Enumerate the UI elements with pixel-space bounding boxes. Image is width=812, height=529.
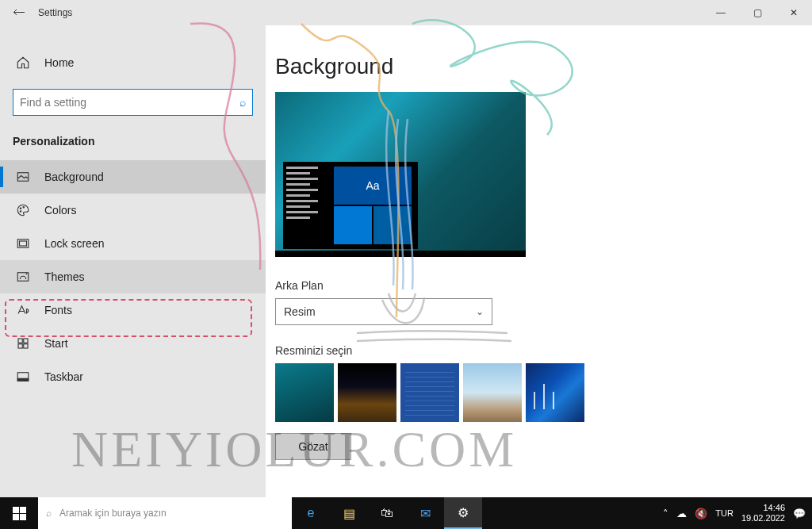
close-button[interactable]: ✕ [776,0,812,25]
main-content: Background Aa Arka Plan Resi [266,25,812,497]
settings-window: 🡐 Settings — ▢ ✕ Home ⌕ Personalization [0,0,812,497]
search-box[interactable]: ⌕ [13,89,253,116]
svg-rect-7 [18,339,22,343]
home-label: Home [44,56,74,69]
chevron-down-icon: ⌄ [476,306,484,317]
home-icon [16,56,30,70]
system-tray: ˄ ☁ 🔇 TUR 14:46 19.02.2022 💬 [663,497,812,529]
dropdown-value: Resim [284,305,316,318]
volume-muted-icon[interactable]: 🔇 [695,508,707,519]
lock-screen-icon [16,236,30,251]
onedrive-icon[interactable]: ☁ [676,508,687,519]
taskbar-icon [16,370,30,384]
search-input[interactable] [20,96,239,109]
picture-thumbnails [275,363,793,422]
svg-rect-12 [17,378,29,381]
clock[interactable]: 14:46 19.02.2022 [741,503,785,523]
sidebar-item-lock-screen[interactable]: Lock screen [0,227,266,260]
svg-point-1 [20,208,21,209]
picture-thumb[interactable] [400,363,459,422]
start-icon [16,336,30,351]
svg-rect-8 [24,339,28,343]
browse-button[interactable]: Gözat [275,433,351,460]
explorer-icon[interactable]: ▤ [330,497,368,529]
sidebar-item-background[interactable]: Background [0,160,266,194]
picture-icon [16,170,30,184]
sidebar-item-colors[interactable]: Colors [0,194,266,227]
window-title: Settings [38,7,72,18]
sidebar-item-label: Fonts [44,304,72,316]
store-icon[interactable]: 🛍 [368,497,406,529]
sidebar-item-label: Themes [44,270,85,283]
mail-icon[interactable]: ✉ [406,497,444,529]
sidebar-item-label: Background [44,171,104,183]
sidebar-item-label: Colors [44,204,76,217]
picture-thumb[interactable] [338,363,396,422]
taskbar: ⌕ Aramak için buraya yazın e ▤ 🛍 ✉ ⚙ ˄ ☁… [0,497,812,529]
picture-thumb[interactable] [275,363,334,422]
titlebar: 🡐 Settings — ▢ ✕ [0,0,812,25]
sidebar-item-start[interactable]: Start [0,327,266,360]
action-center-icon[interactable]: 💬 [793,508,806,519]
desktop-preview: Aa [275,92,526,257]
home-nav[interactable]: Home [0,44,266,81]
windows-icon [13,507,26,520]
sidebar-item-fonts[interactable]: Fonts [0,293,266,327]
start-button[interactable] [0,497,38,529]
themes-icon [16,270,30,284]
section-label: Personalization [0,130,266,160]
preview-tile-text: Aa [334,167,412,205]
picture-thumb[interactable] [526,363,584,422]
sidebar-item-themes[interactable]: Themes [0,260,266,293]
sidebar-item-taskbar[interactable]: Taskbar [0,360,266,393]
date-text: 19.02.2022 [741,513,785,523]
svg-rect-10 [24,344,28,348]
sidebar: Home ⌕ Personalization Background [0,25,266,497]
taskbar-search[interactable]: ⌕ Aramak için buraya yazın [38,497,292,529]
background-dropdown[interactable]: Resim ⌄ [275,298,492,325]
edge-icon[interactable]: e [292,497,330,529]
settings-taskbar-icon[interactable]: ⚙ [444,497,482,529]
page-title: Background [275,54,793,79]
fonts-icon [16,303,30,317]
sidebar-item-label: Taskbar [44,370,83,383]
picture-thumb[interactable] [463,363,522,422]
svg-point-2 [20,211,21,213]
back-button[interactable]: 🡐 [13,6,25,20]
maximize-button[interactable]: ▢ [739,0,776,25]
search-icon: ⌕ [46,508,52,519]
language-indicator[interactable]: TUR [715,508,733,518]
svg-rect-9 [18,344,22,348]
background-label: Arka Plan [275,279,793,292]
svg-rect-5 [20,241,27,246]
choose-picture-label: Resminizi seçin [275,344,793,357]
taskbar-search-placeholder: Aramak için buraya yazın [59,508,167,519]
minimize-button[interactable]: — [703,0,739,25]
sidebar-item-label: Lock screen [44,237,104,250]
search-icon: ⌕ [239,96,246,109]
time-text: 14:46 [763,503,785,513]
tray-chevron-icon[interactable]: ˄ [663,508,668,519]
palette-icon [16,203,30,217]
svg-point-3 [23,207,25,209]
sidebar-item-label: Start [44,337,68,350]
